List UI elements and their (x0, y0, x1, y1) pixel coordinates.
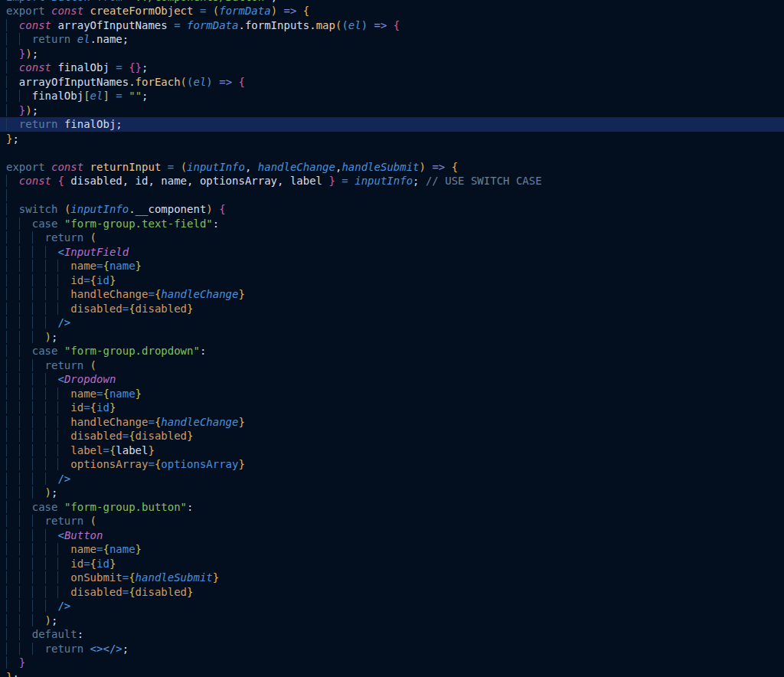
code-line[interactable]: } (0, 656, 784, 670)
code-token: = (148, 416, 154, 428)
code-line[interactable]: name={name} (0, 387, 784, 401)
indent-guide (32, 331, 45, 343)
code-token: const (19, 19, 58, 31)
code-line[interactable]: }); (0, 47, 784, 61)
code-line[interactable]: export const createFormObject = (formDat… (0, 4, 784, 18)
code-line[interactable]: default: (0, 627, 784, 642)
code-line[interactable]: <InputField (0, 245, 784, 260)
code-line[interactable]: case "form-group.dropdown": (0, 344, 784, 358)
code-token: name (70, 388, 96, 400)
code-token: formInputs (245, 19, 309, 31)
code-line[interactable]: handleChange={handleChange} (0, 415, 784, 430)
code-line[interactable]: name={name} (0, 542, 784, 557)
indent-guide (19, 543, 32, 555)
code-line[interactable]: onSubmit={handleSubmit} (0, 571, 784, 585)
indent-guide (6, 231, 19, 244)
code-line[interactable]: name={name} (0, 259, 784, 273)
code-line-current[interactable]: return finalObj; (0, 117, 784, 132)
code-token: = (122, 430, 129, 442)
code-line[interactable]: }; (0, 670, 784, 677)
indent-guide (57, 586, 70, 598)
indent-guide (6, 388, 19, 400)
code-line[interactable]: }); (0, 103, 784, 118)
code-token: = (148, 458, 154, 470)
code-token: forEach (136, 76, 181, 88)
indent-guide (45, 401, 58, 414)
code-token: name (109, 260, 136, 272)
code-token (232, 76, 238, 88)
code-token: = (116, 90, 122, 102)
code-line[interactable]: <Button (0, 528, 784, 543)
code-line[interactable]: const finalObj = {}; (0, 61, 784, 75)
code-line[interactable]: return el.name; (0, 32, 784, 47)
code-token: /> (57, 473, 70, 485)
code-line[interactable]: disabled={disabled} (0, 585, 784, 600)
indent-guide (6, 359, 19, 371)
indent-guide (32, 586, 45, 598)
code-line[interactable]: id={id} (0, 557, 784, 571)
code-line[interactable]: arrayOfInputNames.forEach((el) => { (0, 75, 784, 90)
code-token: el (348, 19, 361, 31)
code-token: } (136, 543, 142, 555)
code-token: const (51, 161, 90, 173)
indent-guide (57, 430, 70, 442)
code-token: => (219, 76, 232, 88)
code-line[interactable] (0, 188, 784, 203)
code-line[interactable]: /> (0, 472, 784, 486)
code-line[interactable]: label={label} (0, 443, 784, 458)
indent-guide (19, 515, 32, 527)
indent-guide (57, 558, 70, 570)
code-line[interactable]: optionsArray={optionsArray} (0, 457, 784, 472)
code-token: . (309, 19, 315, 31)
code-line[interactable]: return ( (0, 231, 784, 245)
indent-guide (19, 600, 32, 612)
code-token: } (187, 303, 193, 315)
code-line[interactable]: ); (0, 613, 784, 628)
code-token (387, 19, 393, 31)
code-line[interactable]: return <></>; (0, 642, 784, 656)
code-token: ) (45, 614, 51, 626)
code-token: } (109, 401, 116, 414)
code-token: Button (64, 529, 103, 541)
code-line[interactable]: disabled={disabled} (0, 302, 784, 316)
code-line[interactable]: const arrayOfInputNames = formData.formI… (0, 18, 784, 33)
code-line[interactable]: id={id} (0, 401, 784, 415)
code-line[interactable]: disabled={disabled} (0, 429, 784, 443)
code-token: ; (12, 671, 18, 677)
code-line[interactable]: case "form-group.text-field": (0, 217, 784, 231)
code-line[interactable]: /> (0, 316, 784, 330)
code-line[interactable]: /> (0, 599, 784, 613)
indent-guide (6, 486, 19, 499)
code-token: { (57, 175, 64, 187)
code-line[interactable]: <Dropdown (0, 372, 784, 387)
code-token: id (96, 274, 109, 286)
code-line[interactable]: const { disabled, id, name, optionsArray… (0, 174, 784, 188)
code-line[interactable]: }; (0, 132, 784, 146)
code-token: ( (90, 359, 96, 371)
code-line[interactable]: ); (0, 330, 784, 345)
code-line[interactable]: case "form-group.button": (0, 500, 784, 515)
code-token (277, 5, 283, 17)
code-token: onSubmit (70, 571, 122, 584)
indent-guide (32, 274, 45, 286)
code-token: = (116, 61, 122, 74)
code-token: ) (45, 331, 51, 343)
code-line[interactable]: return ( (0, 514, 784, 528)
code-line[interactable]: ); (0, 486, 784, 500)
code-token: export (6, 5, 51, 17)
code-line[interactable] (0, 146, 784, 160)
code-line[interactable]: finalObj[el] = ""; (0, 89, 784, 103)
indent-guide (6, 416, 19, 428)
code-token: ) (420, 161, 426, 173)
code-line[interactable]: export const returnInput = (inputInfo, h… (0, 160, 784, 175)
code-token: label (116, 444, 148, 456)
indent-guide (6, 316, 19, 329)
code-token: } (109, 558, 116, 570)
code-line[interactable]: switch (inputInfo.__component) { (0, 202, 784, 217)
code-line[interactable]: handleChange={handleChange} (0, 287, 784, 302)
code-line[interactable]: return ( (0, 358, 784, 373)
code-token: ; (32, 104, 38, 116)
code-editor[interactable]: import Button from "../components/Button… (0, 0, 784, 677)
code-line[interactable]: id={id} (0, 273, 784, 288)
code-token: => (374, 19, 387, 31)
